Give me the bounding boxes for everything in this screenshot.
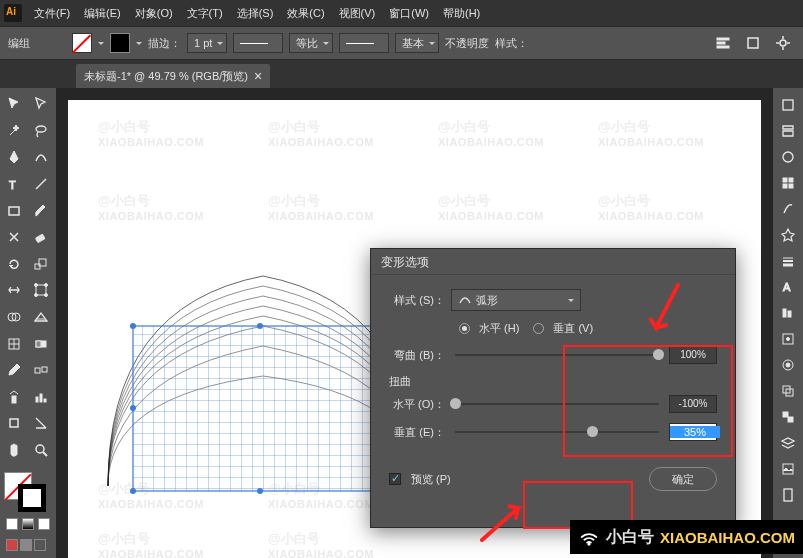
vertical-radio[interactable] [533,323,544,334]
rectangle-tool[interactable] [2,200,26,222]
dash-dropdown2[interactable]: 基本 [395,33,439,53]
ok-button[interactable]: 确定 [649,467,717,491]
svg-point-15 [35,294,38,297]
width-tool[interactable] [2,279,26,301]
shape-builder-tool[interactable] [2,306,26,328]
chevron-down-icon[interactable] [136,42,142,48]
stroke-style2[interactable] [339,33,389,53]
character-panel-icon[interactable]: A [776,276,800,298]
document-tabs: 未标题-1* @ 49.79 % (RGB/预览) × [0,60,803,88]
preview-checkbox[interactable] [389,473,401,485]
menu-type[interactable]: 文字(T) [181,2,229,25]
menu-object[interactable]: 对象(O) [129,2,179,25]
stroke-weight-dropdown[interactable]: 1 pt [187,33,227,53]
svg-rect-54 [783,309,786,317]
appearance-panel-icon[interactable] [776,354,800,376]
svg-rect-8 [9,207,19,215]
fill-swatch[interactable] [72,33,92,53]
menu-view[interactable]: 视图(V) [333,2,382,25]
menu-help[interactable]: 帮助(H) [437,2,486,25]
svg-rect-27 [12,396,16,403]
pathfinder-panel-icon[interactable] [776,380,800,402]
blend-tool[interactable] [29,359,53,381]
horizontal-distort-slider[interactable] [455,403,659,405]
stroke-panel-icon[interactable] [776,250,800,272]
color-panel-icon[interactable] [776,146,800,168]
brushes-panel-icon[interactable] [776,198,800,220]
gear-icon[interactable] [771,32,795,54]
draw-behind-icon[interactable] [20,539,32,551]
svg-rect-9 [36,234,45,242]
direct-selection-tool[interactable] [29,93,53,115]
artboard-tool[interactable] [2,412,26,434]
close-icon[interactable]: × [254,68,262,84]
artboards-panel-icon[interactable] [776,484,800,506]
svg-point-36 [130,323,136,329]
draw-normal-icon[interactable] [6,539,18,551]
stroke-swatch[interactable] [110,33,130,53]
symbols-panel-icon[interactable] [776,224,800,246]
zoom-tool[interactable] [29,439,53,461]
libraries-panel-icon[interactable] [776,120,800,142]
menu-edit[interactable]: 编辑(E) [78,2,127,25]
mesh-tool[interactable] [2,333,26,355]
lasso-tool[interactable] [29,120,53,142]
bend-value[interactable]: 100% [669,346,717,364]
app-logo [4,4,22,22]
graph-tool[interactable] [29,386,53,408]
slice-tool[interactable] [29,412,53,434]
bend-slider[interactable] [455,354,659,356]
svg-point-14 [45,284,48,287]
stroke-style1[interactable] [233,33,283,53]
transparency-panel-icon[interactable] [776,406,800,428]
gradient-mode-icon[interactable] [22,518,34,530]
chevron-down-icon[interactable] [98,42,104,48]
symbol-sprayer-tool[interactable] [2,386,26,408]
type-tool[interactable]: T [2,173,26,195]
menu-select[interactable]: 选择(S) [231,2,280,25]
svg-rect-28 [36,397,38,402]
scale-tool[interactable] [29,253,53,275]
svg-point-57 [787,338,790,341]
layers-panel-icon[interactable] [776,432,800,454]
menu-effect[interactable]: 效果(C) [281,2,330,25]
svg-point-13 [35,284,38,287]
color-mode-icon[interactable] [6,518,18,530]
shaper-tool[interactable] [2,226,26,248]
vertical-distort-value[interactable]: 35% [669,423,717,441]
horizontal-distort-value[interactable]: -100% [669,395,717,413]
swatches-panel-icon[interactable] [776,172,800,194]
curvature-tool[interactable] [29,146,53,168]
vertical-distort-slider[interactable] [455,431,659,433]
menu-file[interactable]: 文件(F) [28,2,76,25]
horizontal-radio[interactable] [459,323,470,334]
asset-panel-icon[interactable] [776,458,800,480]
free-transform-tool[interactable] [29,279,53,301]
pen-tool[interactable] [2,146,26,168]
svg-point-45 [783,152,793,162]
line-tool[interactable] [29,173,53,195]
draw-inside-icon[interactable] [34,539,46,551]
paintbrush-tool[interactable] [29,200,53,222]
eraser-tool[interactable] [29,226,53,248]
magic-wand-tool[interactable] [2,120,26,142]
fill-stroke-indicator[interactable] [2,472,48,512]
transform-icon[interactable] [741,32,765,54]
eyedropper-tool[interactable] [2,359,26,381]
document-tab[interactable]: 未标题-1* @ 49.79 % (RGB/预览) × [76,64,270,88]
align-panel-icon[interactable] [776,302,800,324]
selection-tool[interactable] [2,93,26,115]
properties-panel-icon[interactable] [776,94,800,116]
svg-point-5 [36,126,46,132]
none-mode-icon[interactable] [38,518,50,530]
align-icon[interactable] [711,32,735,54]
warp-style-dropdown[interactable]: 弧形 [451,289,581,311]
rotate-tool[interactable] [2,253,26,275]
gradient-tool[interactable] [29,333,53,355]
perspective-tool[interactable] [29,306,53,328]
transform-panel-icon[interactable] [776,328,800,350]
hand-tool[interactable] [2,439,26,461]
dash-dropdown1[interactable]: 等比 [289,33,333,53]
svg-text:T: T [9,179,16,191]
menu-window[interactable]: 窗口(W) [383,2,435,25]
